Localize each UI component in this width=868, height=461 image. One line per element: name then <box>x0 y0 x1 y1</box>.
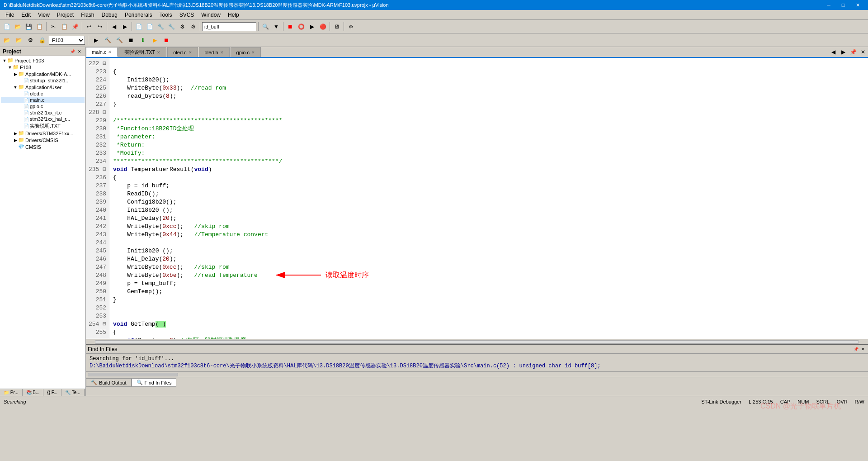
tree-project-root[interactable]: ▼ 📁 Project: F103 <box>1 57 85 64</box>
menu-window[interactable]: Window <box>198 11 224 19</box>
tree-startup[interactable]: 📄 startup_stm32f1... <box>1 77 85 84</box>
tab-oled-c[interactable]: oled.c ✕ <box>167 47 198 57</box>
tree-drivers-cmsis[interactable]: ▶ 📁 Drivers/CMSIS <box>1 137 85 143</box>
tree-cmsis-label: CMSIS <box>25 144 41 150</box>
circle-button[interactable]: ⭕ <box>296 22 306 32</box>
tree-gpio-c[interactable]: 📄 gpio.c <box>1 103 85 109</box>
save-button[interactable]: 💾 <box>24 22 33 32</box>
menu-file[interactable]: File <box>2 11 18 19</box>
proj-btn4[interactable]: 🔒 <box>37 35 47 45</box>
copy-button[interactable]: 📋 <box>59 22 69 32</box>
proj-tab-functions[interactable]: {} F... <box>43 389 61 396</box>
tab-oled-c-close[interactable]: ✕ <box>189 50 192 55</box>
find-searching-text: Searching for 'id_buff'... <box>90 356 864 362</box>
menu-view[interactable]: View <box>34 11 53 19</box>
menu-project[interactable]: Project <box>53 11 77 19</box>
find-hscrollbar[interactable] <box>86 371 868 377</box>
tab-scroll-right[interactable]: ▶ <box>838 47 848 57</box>
cut-button[interactable]: ✂ <box>48 22 58 32</box>
nav-fwd-button[interactable]: ▶ <box>120 22 130 32</box>
menu-flash[interactable]: Flash <box>77 11 98 19</box>
search-dropdown-button[interactable]: ▼ <box>271 22 281 32</box>
proj-tab-project[interactable]: 📁 Pr... <box>0 389 23 396</box>
open-file-button[interactable]: 📂 <box>13 22 23 32</box>
project-close-button[interactable]: ✕ <box>76 48 83 55</box>
proj-btn1[interactable]: 📂 <box>2 35 12 45</box>
settings-button[interactable]: ⚙ <box>346 22 356 32</box>
btn1[interactable]: 📄 <box>134 22 144 32</box>
close-button[interactable]: ✕ <box>851 0 864 10</box>
bottom-tab-find[interactable]: 🔍 Find In Files <box>132 378 177 387</box>
id-buff-input[interactable] <box>202 22 256 31</box>
debug-start-btn[interactable]: ▶ <box>150 35 160 45</box>
menu-tools[interactable]: Tools <box>156 11 176 19</box>
menu-peripherals[interactable]: Peripherals <box>121 11 156 19</box>
maximize-button[interactable]: □ <box>836 0 850 10</box>
step-button[interactable]: 🔴 <box>318 22 328 32</box>
tree-stm32-it[interactable]: 📄 stm32f1xx_it.c <box>1 109 85 116</box>
tree-f103[interactable]: ▼ 📁 F103 <box>1 64 85 71</box>
compile-btn[interactable]: ▶ <box>91 35 101 45</box>
sep5 <box>200 22 200 31</box>
bottom-tab-build[interactable]: 🔨 Build Output <box>86 378 132 387</box>
search-button[interactable]: 🔍 <box>260 22 270 32</box>
rebuild-btn[interactable]: 🔨 <box>114 35 124 45</box>
stop-button[interactable]: ⏹ <box>285 22 295 32</box>
debug-stop-btn[interactable]: ⏹ <box>161 35 171 45</box>
tree-app-mdk[interactable]: ▶ 📁 Application/MDK-A... <box>1 71 85 77</box>
tab-main-c[interactable]: main.c ✕ <box>86 47 118 57</box>
save-all-button[interactable]: 📋 <box>34 22 44 32</box>
redo-button[interactable]: ↪ <box>95 22 105 32</box>
tree-oled-c[interactable]: 📄 oled.c <box>1 90 85 97</box>
sep2 <box>82 22 82 31</box>
tree-drivers-stm32-label: Drivers/STM32F1xx... <box>25 131 73 136</box>
minimize-button[interactable]: ─ <box>822 0 835 10</box>
project-pin-button[interactable]: 📌 <box>69 48 75 55</box>
tree-exp-txt[interactable]: 📄 实验说明.TXT <box>1 122 85 130</box>
btn6[interactable]: ⚙ <box>188 22 198 32</box>
tree-drivers-stm32[interactable]: ▶ 📁 Drivers/STM32F1xx... <box>1 130 85 137</box>
menu-svcs[interactable]: SVCS <box>176 11 198 19</box>
download-btn[interactable]: ⬇ <box>138 35 148 45</box>
find-panel-close[interactable]: ✕ <box>860 346 866 352</box>
tree-app-user[interactable]: ▼ 📁 Application/User <box>1 84 85 90</box>
tab-scroll-left[interactable]: ◀ <box>828 47 838 57</box>
tree-cmsis[interactable]: 💎 CMSIS <box>1 143 85 150</box>
proj-tab-templates[interactable]: 🔧 Te... <box>61 389 85 396</box>
proj-tab-books[interactable]: 📚 B... <box>23 389 44 396</box>
tree-stm32-hal[interactable]: 📄 stm32f1xx_hal_r... <box>1 116 85 122</box>
btn2[interactable]: 📄 <box>145 22 155 32</box>
proj-btn3[interactable]: ⚙ <box>25 35 35 45</box>
paste-button[interactable]: 📌 <box>70 22 80 32</box>
undo-button[interactable]: ↩ <box>84 22 94 32</box>
tab-main-c-close[interactable]: ✕ <box>108 50 112 54</box>
tab-close-all[interactable]: ✕ <box>858 47 868 57</box>
tree-gpio-c-label: gpio.c <box>30 104 43 109</box>
find-panel-pin[interactable]: 📌 <box>853 346 859 352</box>
tab-exp-txt[interactable]: 实验说明.TXT ✕ <box>118 47 166 57</box>
editor-hscrollbar[interactable] <box>86 339 868 344</box>
tab-oled-h[interactable]: oled.h ✕ <box>199 47 230 57</box>
proj-btn2[interactable]: 📂 <box>14 35 24 45</box>
tab-oled-h-close[interactable]: ✕ <box>220 50 224 55</box>
new-file-button[interactable]: 📄 <box>2 22 12 32</box>
menu-edit[interactable]: Edit <box>18 11 34 19</box>
target-select[interactable]: F103 <box>49 36 85 45</box>
tree-main-c[interactable]: 📄 main.c <box>1 97 85 103</box>
run-button[interactable]: ▶ <box>307 22 317 32</box>
tab-bar: main.c ✕ 实验说明.TXT ✕ oled.c ✕ oled.h ✕ gp… <box>86 47 868 58</box>
stop-build-btn[interactable]: ⏹ <box>126 35 136 45</box>
menu-debug[interactable]: Debug <box>98 11 121 19</box>
btn4[interactable]: 🔧 <box>166 22 176 32</box>
build-btn[interactable]: 🔨 <box>103 35 113 45</box>
tab-gpio-c[interactable]: gpio.c ✕ <box>231 47 261 57</box>
code-editor[interactable]: 222 ⊟ 223 224 225 226 227 228 ⊟ 229 230 … <box>86 58 868 339</box>
menu-help[interactable]: Help <box>224 11 243 19</box>
btn3[interactable]: 🔧 <box>156 22 165 32</box>
tab-gpio-c-close[interactable]: ✕ <box>251 50 255 55</box>
tab-pin[interactable]: 📌 <box>848 47 858 57</box>
nav-back-button[interactable]: ◀ <box>109 22 119 32</box>
btn5[interactable]: ⚙ <box>177 22 187 32</box>
tab-exp-txt-close[interactable]: ✕ <box>157 50 160 55</box>
window-button[interactable]: 🖥 <box>332 22 342 32</box>
